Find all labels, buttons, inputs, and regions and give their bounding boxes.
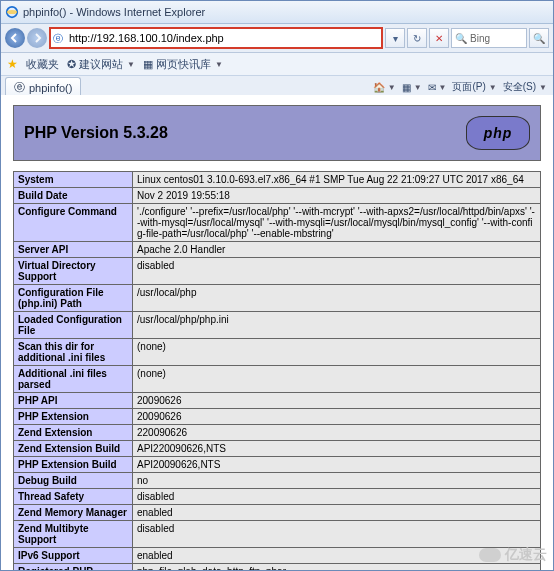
star-icon[interactable]: ★: [7, 57, 18, 71]
command-bar: 🏠▼ ▦▼ ✉▼ 页面(P)▼ 安全(S)▼: [373, 80, 553, 94]
refresh-button[interactable]: ↻: [407, 28, 427, 48]
window-title: phpinfo() - Windows Internet Explorer: [23, 6, 549, 18]
info-value: disabled: [133, 489, 541, 505]
slice-icon: ▦: [143, 58, 153, 71]
back-button[interactable]: [5, 28, 25, 48]
info-value: /usr/local/php: [133, 285, 541, 312]
info-key: Zend Multibyte Support: [14, 521, 133, 548]
address-bar[interactable]: ⓔ: [49, 27, 383, 49]
home-button[interactable]: 🏠▼: [373, 82, 396, 93]
chevron-down-icon: ▼: [127, 60, 135, 69]
table-row: Server APIApache 2.0 Handler: [14, 242, 541, 258]
table-row: Virtual Directory Supportdisabled: [14, 258, 541, 285]
table-row: PHP API20090626: [14, 393, 541, 409]
info-key: Virtual Directory Support: [14, 258, 133, 285]
ie-icon: ⓔ: [14, 80, 25, 95]
info-key: System: [14, 172, 133, 188]
mail-icon: ✉: [428, 82, 436, 93]
info-value: Linux centos01 3.10.0-693.el7.x86_64 #1 …: [133, 172, 541, 188]
table-row: Zend Extension BuildAPI220090626,NTS: [14, 441, 541, 457]
tab-label: phpinfo(): [29, 82, 72, 94]
table-row: Thread Safetydisabled: [14, 489, 541, 505]
rss-icon: ▦: [402, 82, 411, 93]
info-value: (none): [133, 339, 541, 366]
search-button[interactable]: 🔍: [529, 28, 549, 48]
info-value: 220090626: [133, 425, 541, 441]
table-row: Zend Memory Managerenabled: [14, 505, 541, 521]
search-icon: 🔍: [455, 33, 467, 44]
info-key: Build Date: [14, 188, 133, 204]
info-key: Registered PHP Streams: [14, 564, 133, 571]
slice-label: 网页快讯库: [156, 57, 211, 72]
table-row: Build DateNov 2 2019 19:55:18: [14, 188, 541, 204]
ie-icon: [5, 5, 19, 19]
table-row: Loaded Configuration File/usr/local/php/…: [14, 312, 541, 339]
titlebar: phpinfo() - Windows Internet Explorer: [1, 1, 553, 24]
phpinfo-header-box: PHP Version 5.3.28 php: [13, 105, 541, 161]
info-value: './configure' '--prefix=/usr/local/php' …: [133, 204, 541, 242]
chevron-down-icon: ▾: [393, 33, 398, 44]
info-key: Configuration File (php.ini) Path: [14, 285, 133, 312]
info-key: Scan this dir for additional .ini files: [14, 339, 133, 366]
info-key: Server API: [14, 242, 133, 258]
search-box[interactable]: 🔍 Bing: [451, 28, 527, 48]
info-key: IPv6 Support: [14, 548, 133, 564]
forward-button[interactable]: [27, 28, 47, 48]
close-icon: ✕: [435, 33, 443, 44]
table-row: Zend Multibyte Supportdisabled: [14, 521, 541, 548]
table-row: Configure Command'./configure' '--prefix…: [14, 204, 541, 242]
svg-point-1: [7, 10, 18, 14]
mail-button[interactable]: ✉▼: [428, 82, 447, 93]
info-value: disabled: [133, 521, 541, 548]
page-menu[interactable]: 页面(P)▼: [452, 80, 496, 94]
web-slice-link[interactable]: ▦ 网页快讯库 ▼: [143, 57, 223, 72]
table-row: IPv6 Supportenabled: [14, 548, 541, 564]
info-key: Configure Command: [14, 204, 133, 242]
info-key: PHP Extension Build: [14, 457, 133, 473]
ie-window: phpinfo() - Windows Internet Explorer ⓔ …: [0, 0, 554, 571]
info-value: (none): [133, 366, 541, 393]
rss-button[interactable]: ▦▼: [402, 82, 422, 93]
table-row: Registered PHP Streamsphp, file, glob, d…: [14, 564, 541, 571]
info-key: PHP API: [14, 393, 133, 409]
info-value: enabled: [133, 505, 541, 521]
info-key: Zend Memory Manager: [14, 505, 133, 521]
addr-dropdown-button[interactable]: ▾: [385, 28, 405, 48]
phpinfo-table: SystemLinux centos01 3.10.0-693.el7.x86_…: [13, 171, 541, 570]
address-row: ⓔ ▾ ↻ ✕ 🔍 Bing 🔍: [1, 24, 553, 53]
info-key: PHP Extension: [14, 409, 133, 425]
page-content[interactable]: PHP Version 5.3.28 php SystemLinux cento…: [1, 95, 553, 570]
suggested-label: 建议网站: [79, 57, 123, 72]
favorites-bar: ★ 收藏夹 ✪ 建议网站 ▼ ▦ 网页快讯库 ▼: [1, 53, 553, 76]
suggested-sites-link[interactable]: ✪ 建议网站 ▼: [67, 57, 135, 72]
info-key: Zend Extension Build: [14, 441, 133, 457]
info-value: php, file, glob, data, http, ftp, phar: [133, 564, 541, 571]
info-key: Thread Safety: [14, 489, 133, 505]
watermark: 亿速云: [479, 546, 547, 564]
watermark-text: 亿速云: [505, 546, 547, 564]
table-row: Debug Buildno: [14, 473, 541, 489]
info-value: 20090626: [133, 409, 541, 425]
info-value: API20090626,NTS: [133, 457, 541, 473]
table-row: Zend Extension220090626: [14, 425, 541, 441]
info-value: Nov 2 2019 19:55:18: [133, 188, 541, 204]
info-value: 20090626: [133, 393, 541, 409]
chevron-down-icon: ▼: [215, 60, 223, 69]
info-value: /usr/local/php/php.ini: [133, 312, 541, 339]
php-logo: php: [466, 116, 530, 150]
table-row: Additional .ini files parsed(none): [14, 366, 541, 393]
safety-menu[interactable]: 安全(S)▼: [503, 80, 547, 94]
table-row: SystemLinux centos01 3.10.0-693.el7.x86_…: [14, 172, 541, 188]
page-title: PHP Version 5.3.28: [24, 124, 168, 142]
info-value: no: [133, 473, 541, 489]
info-key: Debug Build: [14, 473, 133, 489]
refresh-icon: ↻: [413, 33, 421, 44]
stop-button[interactable]: ✕: [429, 28, 449, 48]
url-input[interactable]: [67, 29, 379, 47]
table-row: Scan this dir for additional .ini files(…: [14, 339, 541, 366]
info-value: Apache 2.0 Handler: [133, 242, 541, 258]
info-value: API220090626,NTS: [133, 441, 541, 457]
table-row: PHP Extension20090626: [14, 409, 541, 425]
page-icon: ⓔ: [53, 32, 65, 44]
favorites-label[interactable]: 收藏夹: [26, 57, 59, 72]
